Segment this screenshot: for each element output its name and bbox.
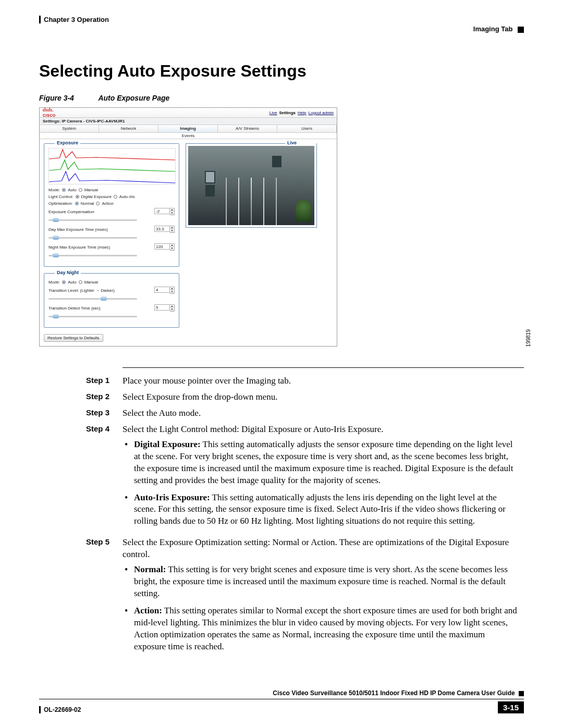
- mode-auto-radio[interactable]: [62, 188, 66, 192]
- dn-trans-spinner[interactable]: ▲▼: [170, 287, 175, 294]
- cisco-logo: ılıılı.CISCO: [43, 107, 56, 118]
- horizontal-rule: [123, 367, 524, 368]
- comp-label: Exposure Compensation: [48, 209, 94, 214]
- tab-imaging[interactable]: Imaging: [158, 125, 218, 132]
- optim-action-label: Action: [102, 201, 113, 206]
- steps-list: Step 1 Place your mouse pointer over the…: [86, 375, 519, 658]
- optim-label: Optimization:: [48, 201, 73, 206]
- live-preview-image: [188, 146, 314, 225]
- restore-defaults-button[interactable]: Restore Settings to Defaults: [44, 334, 103, 342]
- step4-bullet2: Auto-Iris Exposure: This setting automat…: [123, 492, 519, 528]
- footer-guide-title: Cisco Video Surveillance 5010/5011 Indoo…: [273, 689, 515, 697]
- settings-breadcrumb: Settings: IP Camera - CIVS-IPC-AAVMJR1: [40, 118, 337, 125]
- day-max-spinner[interactable]: ▲▼: [170, 226, 175, 233]
- footer-square-icon: [519, 691, 524, 696]
- nav-live[interactable]: Live: [270, 110, 277, 115]
- figure-caption: Figure 3-4 Auto Exposure Page: [39, 94, 524, 102]
- mode-manual-label: Manual: [84, 188, 98, 192]
- dn-detect-value[interactable]: 5: [154, 304, 170, 311]
- optim-normal-radio[interactable]: [75, 202, 79, 205]
- step3-text: Select the Auto mode.: [123, 408, 519, 419]
- nav-logout[interactable]: Logout admin: [309, 110, 334, 115]
- page-title: Selecting Auto Exposure Settings: [39, 61, 524, 81]
- header-square-icon: [518, 27, 524, 33]
- dn-mode-label: Mode:: [48, 280, 60, 285]
- daynight-title: Day Night: [55, 270, 81, 275]
- page-footer: Cisco Video Surveillance 5010/5011 Indoo…: [39, 689, 524, 713]
- step4-text: Select the Light Control method: Digital…: [123, 424, 383, 434]
- exposure-panel: Exposure Mode: Auto: [44, 143, 179, 267]
- exposure-title: Exposure: [55, 140, 80, 145]
- mode-label: Mode:: [48, 188, 60, 192]
- tab-users[interactable]: Users: [277, 125, 337, 132]
- light-digital-label: Digital Exposure: [81, 194, 112, 199]
- dn-mode-auto-label: Auto: [68, 280, 76, 285]
- optim-action-radio[interactable]: [96, 202, 100, 205]
- page-header: Chapter 3 Operation Imaging Tab: [39, 16, 524, 33]
- mode-auto-label: Auto: [68, 188, 76, 192]
- figure-number: Figure 3-4: [39, 94, 96, 102]
- light-label: Light Control:: [48, 194, 74, 199]
- step1-label: Step 1: [86, 375, 123, 387]
- tab-system[interactable]: System: [40, 125, 99, 132]
- tab-av-streams[interactable]: A/V Streams: [218, 125, 277, 132]
- dn-detect-label: Transition Detect Time (sec): [48, 306, 101, 311]
- night-max-value[interactable]: 120: [154, 243, 170, 250]
- daynight-panel: Day Night Mode: Auto Manual Transition L…: [44, 273, 179, 328]
- step5-label: Step 5: [86, 537, 123, 658]
- light-autoiris-label: Auto-Iris: [119, 194, 135, 199]
- histogram: [48, 148, 176, 184]
- page-number: 3-15: [498, 701, 524, 713]
- step5-bullet1: Normal: This setting is for very bright …: [123, 564, 519, 600]
- main-tabs: System Network Imaging A/V Streams Users: [40, 125, 337, 133]
- live-preview-panel: Live Preview: [186, 143, 317, 228]
- dn-trans-value[interactable]: 4: [154, 287, 170, 293]
- step5-text: Select the Exposure Optimization setting…: [123, 537, 509, 559]
- step4-label: Step 4: [86, 424, 123, 533]
- figure-name: Auto Exposure Page: [98, 94, 169, 102]
- comp-spinner[interactable]: ▲▼: [170, 208, 175, 215]
- step1-text: Place your mouse pointer over the Imagin…: [123, 375, 519, 387]
- comp-slider[interactable]: [48, 217, 137, 223]
- light-digital-radio[interactable]: [76, 195, 79, 199]
- header-chapter: Chapter 3 Operation: [39, 16, 109, 23]
- light-autoiris-radio[interactable]: [114, 195, 117, 199]
- tab-network[interactable]: Network: [99, 125, 158, 132]
- day-max-value[interactable]: 33.3: [154, 226, 170, 232]
- header-section: Imaging Tab: [473, 25, 513, 33]
- comp-value[interactable]: -2: [154, 208, 170, 214]
- day-max-label: Day Max Exposure Time (msec): [48, 227, 108, 232]
- step2-label: Step 2: [86, 391, 123, 403]
- step5-bullet2: Action: This setting operates similar to…: [123, 605, 519, 653]
- step3-label: Step 3: [86, 408, 123, 419]
- night-max-spinner[interactable]: ▲▼: [170, 243, 175, 251]
- dn-detect-spinner[interactable]: ▲▼: [170, 304, 175, 312]
- day-max-slider[interactable]: [48, 235, 137, 240]
- nav-help[interactable]: Help: [298, 110, 306, 115]
- footer-doc-id: OL-22669-02: [39, 706, 81, 713]
- dn-detect-slider[interactable]: [48, 314, 137, 319]
- dn-trans-slider[interactable]: [48, 296, 137, 301]
- figure-image-id: 199819: [525, 329, 531, 347]
- step4-bullet1: Digital Exposure: This setting automatic…: [123, 439, 519, 487]
- subtab-events[interactable]: Events: [40, 133, 337, 139]
- night-max-slider[interactable]: [48, 253, 137, 258]
- dn-mode-manual-label: Manual: [84, 280, 98, 285]
- nav-settings[interactable]: Settings: [279, 110, 296, 115]
- night-max-label: Night Max Exposure Time (msec): [48, 245, 110, 250]
- dn-mode-manual-radio[interactable]: [79, 280, 82, 284]
- figure-screenshot: ılıılı.CISCO Live Settings Help Logout a…: [39, 107, 524, 347]
- step2-text: Select Exposure from the drop-down menu.: [123, 391, 519, 403]
- dn-trans-label: Transition Level: (Lighter → Darker): [48, 288, 115, 293]
- dn-mode-auto-radio[interactable]: [62, 280, 66, 284]
- mode-manual-radio[interactable]: [79, 188, 82, 192]
- optim-normal-label: Normal: [81, 201, 94, 206]
